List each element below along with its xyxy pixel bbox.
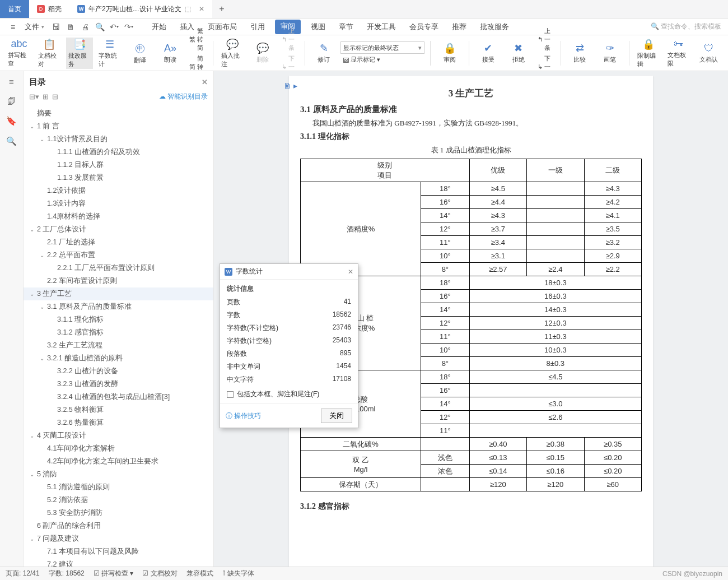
delete-comment-button[interactable]: 💬删除 (249, 38, 276, 69)
menu-tab-9[interactable]: 推荐 (449, 20, 470, 34)
toc-item[interactable]: 1.4原材料的选择 (24, 210, 213, 223)
accept-button[interactable]: ✔接受 (475, 38, 502, 69)
toc-item[interactable]: ⌄3.1 原料及产品的质量标准 (24, 300, 213, 313)
track-changes-button[interactable]: ✎修订 (310, 38, 337, 69)
toc-item[interactable]: 1.1.2 目标人群 (24, 159, 213, 171)
show-markup[interactable]: 🗟显示标记 ▾ (340, 55, 424, 64)
toc-item[interactable]: ⌄1.1设计背景及目的 (24, 133, 213, 146)
command-search[interactable]: 🔍 查找命令、搜索模板 (651, 22, 721, 31)
tab-doke[interactable]: D稻壳 (29, 0, 69, 18)
status-spell[interactable]: ☑ 拼写检查 ▾ (94, 569, 134, 578)
display-mode-select[interactable]: 显示标记的最终状态 (340, 41, 424, 54)
hamburger-icon[interactable]: ≡ (7, 21, 19, 33)
chevron-down-icon[interactable]: ⌄ (29, 536, 35, 542)
toc-item[interactable]: 3.2.5 物料衡算 (24, 403, 213, 416)
dialog-close-button[interactable]: 关闭 (321, 409, 352, 423)
menu-tab-8[interactable]: 会员专享 (406, 20, 442, 34)
insert-comment-button[interactable]: 💬插入批注 (219, 38, 246, 69)
to-simplified[interactable]: 繁繁转简 (187, 26, 207, 53)
status-font[interactable]: ⊺ 缺失字体 (222, 569, 254, 578)
redo-icon[interactable]: ↷▾ (123, 21, 135, 33)
auth-button[interactable]: 🛡文档认 (696, 38, 722, 69)
grading-button[interactable]: 📑批改服务 (66, 38, 93, 69)
toc-item[interactable]: 1.3设计内容 (24, 197, 213, 210)
prev-comment[interactable]: ↰上一条 (279, 26, 299, 53)
toc-item[interactable]: 3.2.6 热量衡算 (24, 416, 213, 429)
wordcount-button[interactable]: ☰字数统计 (96, 38, 123, 69)
permission-button[interactable]: 🗝文档权限 (665, 38, 692, 69)
outline-icon[interactable]: ≡ (9, 77, 14, 86)
file-menu[interactable]: 文件▾ (21, 20, 48, 34)
chevron-down-icon[interactable]: ⌄ (29, 291, 35, 297)
page-icon[interactable]: 🗐 (7, 96, 16, 106)
chevron-down-icon[interactable]: ⌄ (29, 471, 35, 477)
menu-tab-10[interactable]: 批改服务 (477, 20, 512, 34)
toc-item[interactable]: 3.2.3 山楂酒的发酵 (24, 378, 213, 391)
toc-item[interactable]: ⌄3 生产工艺 (24, 287, 213, 300)
proofread-button[interactable]: 📋文档校对 (36, 38, 63, 69)
review-button[interactable]: 🔒审阅 (436, 38, 463, 69)
chevron-down-icon[interactable]: ⌄ (29, 433, 35, 439)
status-compat[interactable]: 兼容模式 (186, 569, 213, 578)
status-page[interactable]: 页面: 12/41 (6, 569, 40, 578)
chevron-down-icon[interactable]: ⌄ (39, 304, 45, 310)
toc-item[interactable]: 1.1.1 山楂酒的介绍及功效 (24, 146, 213, 159)
toc-item[interactable]: 2.1 厂址的选择 (24, 236, 213, 249)
expand-icon[interactable]: ⊞ (43, 92, 49, 101)
toc-item[interactable]: 5.3 安全防护消防 (24, 507, 213, 519)
toc-item[interactable]: 2.2 车间布置设计原则 (24, 275, 213, 287)
tab-add[interactable]: + (212, 0, 231, 18)
chevron-down-icon[interactable]: ⌄ (39, 252, 45, 258)
tab-document[interactable]: W年产2万吨山楂…设计 毕业论文⬚✕ (69, 0, 212, 18)
menu-tab-5[interactable]: 视图 (307, 20, 329, 34)
toc-item[interactable]: 5.2 消防依据 (24, 494, 213, 507)
dialog-close-icon[interactable]: ✕ (348, 268, 353, 276)
toc-item[interactable]: 4.2车间净化方案之车间的卫生要求 (24, 455, 213, 468)
toc-item[interactable]: 2.2.1 工厂总平面布置设计原则 (24, 262, 213, 275)
toc-item[interactable]: 1.2设计依据 (24, 184, 213, 197)
search-icon[interactable]: 🔍 (6, 136, 17, 146)
toc-item[interactable]: ⌄2 工厂总体设计 (24, 223, 213, 236)
toc-item[interactable]: 1.1.3 发展前景 (24, 171, 213, 184)
restrict-button[interactable]: 🔒限制编辑 (635, 38, 662, 69)
toc-item[interactable]: 3.2 生产工艺流程 (24, 339, 213, 352)
save-icon[interactable]: 🖫 (50, 21, 62, 33)
outline-close-icon[interactable]: ✕ (202, 78, 208, 86)
toc-item[interactable]: 3.2.2 山楂汁的设备 (24, 365, 213, 378)
spellcheck-button[interactable]: abc拼写检查 (6, 38, 32, 69)
toc-item[interactable]: ⌄5 消防 (24, 468, 213, 481)
status-proof[interactable]: ☑ 文档校对 (142, 569, 177, 578)
toc-item[interactable]: 摘要 (24, 107, 213, 120)
dialog-tip[interactable]: ⓘ 操作技巧 (226, 411, 261, 421)
prev-change[interactable]: ↰上一条 (535, 26, 555, 53)
toc-item[interactable]: 3.1.1 理化指标 (24, 313, 213, 326)
toc-item[interactable]: 6 副产品的综合利用 (24, 519, 213, 532)
saveas-icon[interactable]: 🗎 (64, 21, 77, 33)
chevron-down-icon[interactable]: ⌄ (39, 355, 45, 361)
collapse-icon[interactable]: ⊟▾ (29, 92, 39, 101)
toc-item[interactable]: ⌄1 前 言 (24, 120, 213, 133)
chevron-down-icon[interactable]: ⌄ (29, 123, 35, 129)
chevron-down-icon[interactable]: ⌄ (29, 226, 35, 233)
smart-outline[interactable]: ☁ 智能识别目录 (159, 92, 208, 101)
read-button[interactable]: A»朗读 (157, 38, 184, 69)
menu-tab-0[interactable]: 开始 (148, 20, 170, 34)
include-checkbox[interactable]: 包括文本框、脚注和尾注(F) (227, 389, 351, 399)
menu-tab-7[interactable]: 开发工具 (363, 20, 399, 34)
compare-button[interactable]: ⇄比较 (566, 38, 593, 69)
pen-button[interactable]: ✑画笔 (596, 38, 623, 69)
translate-button[interactable]: ㊥翻译 (127, 38, 153, 69)
minus-icon[interactable]: ⊟ (52, 92, 58, 101)
tab-close-icon[interactable]: ✕ (199, 5, 204, 13)
toc-item[interactable]: 7.1 本项目有以下问题及风险 (24, 545, 213, 558)
status-words[interactable]: 字数: 18562 (49, 569, 85, 578)
toc-item[interactable]: 4.1车间净化方案解析 (24, 442, 213, 455)
menu-tab-2[interactable]: 页面布局 (204, 20, 240, 34)
preview-icon[interactable]: 🔍 (94, 21, 106, 33)
toc-item[interactable]: ⌄4 灭菌工段设计 (24, 429, 213, 442)
toc-item[interactable]: 3.2.4 山楂酒的包装与成品山楂酒[3] (24, 391, 213, 403)
toc-item[interactable]: ⌄2.2 总平面布置 (24, 249, 213, 262)
reject-button[interactable]: ✖拒绝 (505, 38, 532, 69)
page-nav-icon[interactable]: 🗎 ▸ (283, 81, 297, 90)
print-icon[interactable]: 🖨 (79, 21, 91, 33)
